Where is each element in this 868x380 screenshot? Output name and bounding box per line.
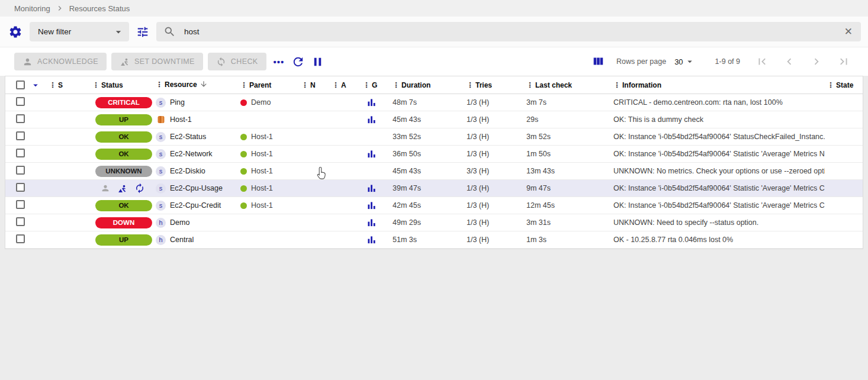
table-row[interactable]: OK s Ec2-Status Host-1 33m 52s 1/3 (H) 3… <box>5 128 863 146</box>
acknowledge-button[interactable]: ACKNOWLEDGE <box>14 53 107 70</box>
search-input[interactable] <box>184 27 834 36</box>
graph-chart-icon[interactable] <box>367 115 390 124</box>
drag-handle-icon[interactable]: ⋮ <box>240 81 247 89</box>
resource-name[interactable]: Ec2-Diskio <box>170 167 205 175</box>
row-checkbox[interactable] <box>16 131 25 140</box>
row-checkbox[interactable] <box>16 114 25 123</box>
last-page-icon[interactable] <box>836 54 851 69</box>
row-checkbox[interactable] <box>16 149 25 157</box>
graph-chart-icon[interactable] <box>367 201 390 210</box>
column-header-last-check[interactable]: ⋮Last check <box>524 76 611 94</box>
advanced-filters-tune-icon[interactable] <box>135 24 150 40</box>
chevron-right-icon <box>55 4 65 13</box>
column-header-severity[interactable]: ⋮S <box>47 76 90 94</box>
graph-chart-icon[interactable] <box>367 235 390 244</box>
first-page-icon[interactable] <box>754 54 770 69</box>
drag-handle-icon[interactable]: ⋮ <box>827 81 834 89</box>
parent-cell: Host-1 <box>238 146 299 163</box>
cell-information: OK: Instance 'i-0b54bd2f54af90064' Statu… <box>611 128 825 146</box>
edit-columns-icon[interactable] <box>590 54 606 69</box>
table-row[interactable]: UP h Central 51m 3s 1/3 (H) 1m 3s OK - 1… <box>5 231 863 249</box>
breadcrumb-resources-status[interactable]: Resources Status <box>69 4 130 13</box>
resource-name[interactable]: Demo <box>170 218 189 227</box>
column-header-parent[interactable]: ⋮Parent <box>238 76 299 94</box>
table-row[interactable]: UP Host-1 45m 43s 1/3 (H) 29s OK: This i… <box>5 111 863 128</box>
resource-name[interactable]: Central <box>170 236 194 244</box>
pause-icon[interactable] <box>310 54 326 70</box>
drag-handle-icon[interactable]: ⋮ <box>467 81 474 89</box>
row-checkbox[interactable] <box>16 97 25 106</box>
column-header-duration[interactable]: ⋮Duration <box>390 76 464 94</box>
table-row[interactable]: DOWN h Demo 49m 29s 1/3 (H) 3m 31s UNKNO… <box>5 214 863 231</box>
resource-name[interactable]: Ec2-Cpu-Credit <box>170 201 221 210</box>
drag-handle-icon[interactable]: ⋮ <box>92 81 99 89</box>
drag-handle-icon[interactable]: ⋮ <box>526 81 533 89</box>
filter-select[interactable]: New filter <box>30 22 129 41</box>
graph-chart-icon[interactable] <box>367 218 390 227</box>
settings-gear-icon[interactable] <box>7 24 24 40</box>
rows-per-page-select[interactable]: 30 <box>674 56 695 67</box>
cell-notification <box>299 163 330 180</box>
column-header-tries[interactable]: ⋮Tries <box>464 76 524 94</box>
parent-name: Demo <box>251 98 271 107</box>
resource-name[interactable]: Ec2-Network <box>170 150 213 158</box>
cell-last_check: 3m 52s <box>524 128 611 146</box>
table-row[interactable]: UNKNOWN s Ec2-Diskio Host-1 45m 43s 3/3 … <box>5 163 863 180</box>
status-badge: DOWN <box>95 217 152 228</box>
column-header-state[interactable]: ⋮State <box>825 76 863 94</box>
column-header-resource[interactable]: ⋮Resource <box>153 76 238 94</box>
cell-notification <box>299 180 330 197</box>
refresh-icon[interactable] <box>290 54 306 70</box>
row-checkbox[interactable] <box>16 234 25 243</box>
column-header-acknowledged[interactable]: ⋮A <box>330 76 361 94</box>
column-header-status[interactable]: ⋮Status <box>90 76 153 94</box>
row-checkbox[interactable] <box>16 183 25 192</box>
drag-handle-icon[interactable]: ⋮ <box>393 81 400 89</box>
graph-chart-icon[interactable] <box>367 183 390 193</box>
cell-information: UNKNOWN: Need to specify --status option… <box>611 214 825 231</box>
row-checkbox[interactable] <box>16 166 25 175</box>
resource-name[interactable]: Ec2-Status <box>170 133 206 141</box>
drag-handle-icon[interactable]: ⋮ <box>332 81 339 89</box>
parent-status-dot <box>240 202 247 209</box>
table-row[interactable]: CRITICAL s Ping Demo 48m 7s 1/3 (H) 3m 7… <box>5 94 863 111</box>
graph-chart-icon[interactable] <box>367 98 390 107</box>
drag-handle-icon[interactable]: ⋮ <box>156 80 163 89</box>
drag-handle-icon[interactable]: ⋮ <box>363 81 370 89</box>
search-box: ✕ <box>156 22 861 41</box>
column-header-information[interactable]: ⋮Information <box>611 76 825 94</box>
previous-page-icon[interactable] <box>782 54 797 69</box>
more-actions-icon[interactable]: ••• <box>274 57 285 67</box>
cell-last_check: 12m 45s <box>524 197 611 214</box>
table-row[interactable]: OK s Ec2-Cpu-Credit Host-1 42m 45s 1/3 (… <box>5 197 863 214</box>
clear-search-icon[interactable]: ✕ <box>842 25 855 38</box>
cell-status: DOWN <box>90 214 153 231</box>
column-header-graph[interactable]: ⋮G <box>361 76 390 94</box>
table-row[interactable]: s Ec2-Cpu-Usage Host-1 39m 47s 1/3 (H) 9… <box>5 180 863 197</box>
resource-name[interactable]: Ping <box>170 98 185 107</box>
check-button[interactable]: CHECK <box>208 53 266 70</box>
resource-name[interactable]: Ec2-Cpu-Usage <box>170 184 223 192</box>
drag-handle-icon[interactable]: ⋮ <box>49 81 56 89</box>
cell-notification <box>299 197 330 214</box>
drag-handle-icon[interactable]: ⋮ <box>301 81 308 89</box>
resource-name[interactable]: Host-1 <box>170 115 192 124</box>
set-downtime-button[interactable]: SET DOWNTIME <box>111 53 203 70</box>
resource-type-icon: s <box>156 149 166 159</box>
graph-chart-icon[interactable] <box>367 149 390 159</box>
row-checkbox[interactable] <box>16 200 25 209</box>
column-header-notification[interactable]: ⋮N <box>299 76 330 94</box>
parent-cell: Host-1 <box>238 180 299 197</box>
cell-graph <box>361 128 390 146</box>
acknowledged-person-icon <box>101 183 110 193</box>
next-page-icon[interactable] <box>809 54 824 69</box>
drag-handle-icon[interactable]: ⋮ <box>613 81 621 89</box>
cell-information: CRITICAL - demo.centreon.com: rta nan, l… <box>611 94 825 111</box>
select-menu-arrow-icon[interactable] <box>30 80 41 91</box>
filter-select-value: New filter <box>38 27 71 36</box>
table-row[interactable]: OK s Ec2-Network Host-1 36m 50s 1/3 (H) … <box>5 146 863 163</box>
breadcrumb-monitoring[interactable]: Monitoring <box>14 4 50 13</box>
select-all-checkbox[interactable] <box>16 80 25 89</box>
row-checkbox[interactable] <box>16 217 25 226</box>
cell-duration: 33m 52s <box>390 128 464 146</box>
